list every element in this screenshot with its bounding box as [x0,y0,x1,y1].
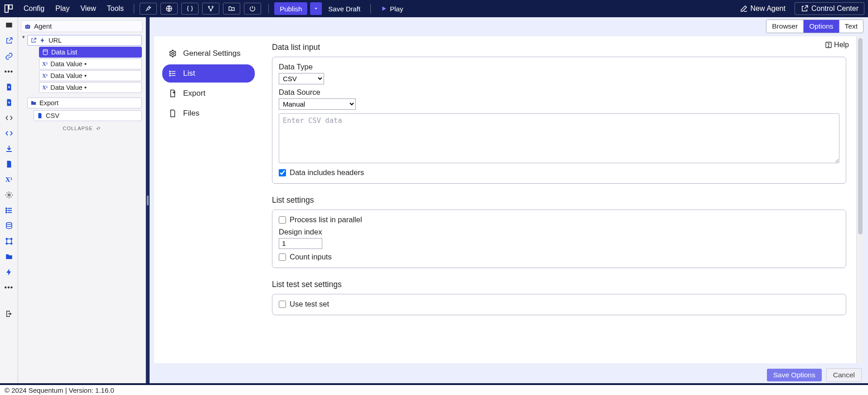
rail-link-icon[interactable] [4,51,15,62]
design-index-label: Design index [279,228,839,236]
save-options-button[interactable]: Save Options [767,369,822,381]
tree-data-list-label: Data List [51,49,77,56]
view-tab-browser[interactable]: Browser [766,20,804,33]
publish-dropdown-caret[interactable] [310,2,322,15]
rail-exit-icon[interactable] [4,308,15,319]
status-text: © 2024 Sequentum | Version: 1.16.0 [5,386,114,394]
use-test-set-row[interactable]: Use test set [279,300,839,308]
svg-rect-17 [25,25,30,29]
menubar-divider [134,4,134,14]
new-agent-button[interactable]: New Agent [735,3,790,15]
svg-point-15 [6,243,7,244]
data-includes-headers-checkbox[interactable] [279,169,286,176]
rail-variable-icon[interactable]: X¹ [4,174,15,185]
nav-general-settings[interactable]: General Settings [162,44,255,63]
use-test-set-label: Use test set [290,300,329,308]
rail-page-icon[interactable] [4,159,15,170]
play-button[interactable]: Play [376,3,407,15]
tree-collapse-button[interactable]: COLLAPSE [21,122,143,135]
svg-point-13 [6,238,7,239]
process-parallel-label: Process list in parallel [290,215,362,224]
toolbar-wrench-icon[interactable] [140,3,157,15]
menu-view[interactable]: View [76,2,100,15]
lightning-icon [39,37,46,44]
tree-node-data-list[interactable]: Data List [39,47,142,58]
scrollbar[interactable] [856,36,863,363]
design-index-input[interactable] [279,238,322,249]
rail-database-icon[interactable] [4,220,15,231]
nav-list[interactable]: List [162,64,255,83]
tree-export-label: Export [39,99,58,107]
tree-node-url[interactable]: URL [27,35,142,46]
svg-point-7 [8,194,10,196]
count-inputs-checkbox[interactable] [279,254,286,261]
tree-expander[interactable]: ▾ [21,34,26,40]
help-link[interactable]: Help [825,41,849,49]
view-tab-text[interactable]: Text [839,20,863,33]
rail-gear-icon[interactable] [4,190,15,200]
menubar-divider [370,4,371,14]
tree-node-export[interactable]: Export [27,98,142,108]
control-center-button[interactable]: Control Center [795,2,864,15]
rail-window-icon[interactable] [4,20,15,31]
toolbar-branch-icon[interactable] [202,3,219,15]
data-type-select[interactable]: CSV [279,73,324,84]
tree-node-data-value[interactable]: X¹ Data Value • [39,70,142,81]
play-label: Play [390,5,403,13]
rail-doc-up-icon[interactable] [4,97,15,108]
view-segmented-control: Browser Options Text [766,20,863,33]
data-includes-headers-row[interactable]: Data includes headers [279,168,839,177]
save-draft-button[interactable]: Save Draft [324,3,365,15]
rail-code-alt-icon[interactable] [4,128,15,139]
nav-files[interactable]: Files [162,104,255,122]
tree-node-data-value[interactable]: X¹ Data Value • [39,59,142,69]
count-inputs-row[interactable]: Count inputs [279,253,839,261]
view-tab-options[interactable]: Options [804,20,839,33]
toolbar-globe-icon[interactable] [160,3,178,15]
list-settings-box: Process list in parallel Design index Co… [272,210,846,268]
variable-icon: X¹ [42,84,48,91]
rail-folder-blue-icon[interactable] [4,251,15,262]
toolbar-folder-icon[interactable] [223,3,240,15]
menu-tools[interactable]: Tools [102,2,128,15]
bottom-action-bar: Save Options Cancel [150,367,868,383]
rail-bolt-icon[interactable] [4,267,15,278]
toolbar-braces-icon[interactable] [181,3,199,15]
process-parallel-checkbox[interactable] [279,216,286,224]
rail-code-icon[interactable] [4,112,15,123]
toolbar-power-icon[interactable] [244,3,261,15]
svg-point-18 [26,26,27,27]
list-settings-form: Data list input Data Type CSV Data Sourc… [258,36,856,363]
tree-node-data-value[interactable]: X¹ Data Value • [39,82,142,93]
menu-config[interactable]: Config [19,2,49,15]
tree-root-label: Agent [34,22,52,30]
rail-more-icon[interactable]: ••• [4,66,15,77]
tree-url-label: URL [48,37,62,44]
svg-point-4 [212,6,213,8]
cancel-button[interactable]: Cancel [826,368,862,382]
scrollbar-thumb[interactable] [858,38,863,234]
rail-list-icon[interactable] [4,205,15,216]
nav-export[interactable]: Export [162,84,255,102]
rail-external-icon[interactable] [4,35,15,46]
tree-node-csv[interactable]: CSV [34,110,142,121]
svg-point-16 [10,243,12,244]
process-parallel-row[interactable]: Process list in parallel [279,215,839,224]
menu-play[interactable]: Play [51,2,74,15]
menubar-divider [268,4,269,14]
use-test-set-checkbox[interactable] [279,301,286,308]
rail-doc-arrow-icon[interactable] [4,82,15,93]
data-source-label: Data Source [279,88,839,97]
svg-point-19 [28,26,29,27]
settings-nav: General Settings List Export Files [154,36,258,363]
rail-transform-icon[interactable] [4,236,15,247]
rail-download-icon[interactable] [4,143,15,154]
vertical-splitter[interactable] [146,17,150,383]
csv-data-textarea[interactable] [279,113,839,163]
nav-general-label: General Settings [183,49,241,58]
rail-more2-icon[interactable]: ••• [4,282,15,293]
variable-icon: X¹ [42,61,48,68]
data-source-select[interactable]: Manual [279,98,356,110]
tree-root-agent[interactable]: Agent [21,20,143,32]
publish-button[interactable]: Publish [274,2,307,15]
